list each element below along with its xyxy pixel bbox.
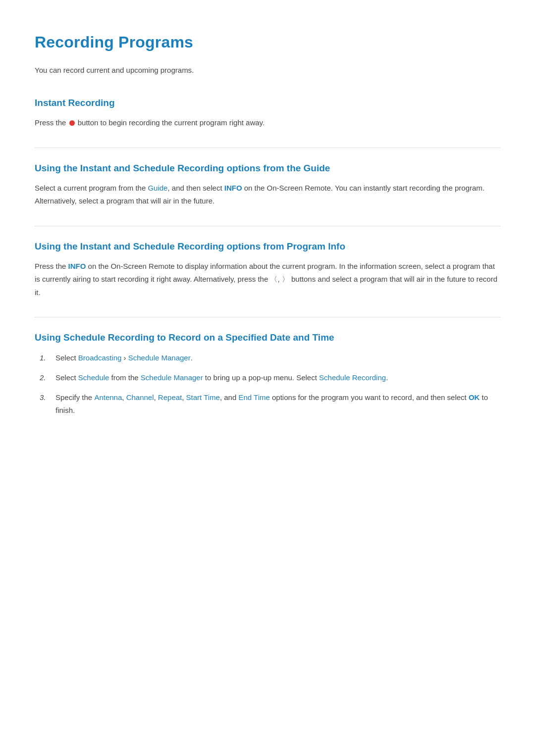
channel-link: Channel — [126, 393, 154, 402]
list-item-1: 1. Select Broadcasting › Schedule Manage… — [40, 352, 500, 364]
info-link-programinfo: INFO — [68, 262, 86, 270]
list-number-3: 3. — [40, 391, 55, 404]
list-number-1: 1. — [40, 352, 55, 364]
start-time-link: Start Time — [186, 393, 220, 402]
page-title: Recording Programs — [35, 30, 500, 55]
repeat-link: Repeat — [158, 393, 182, 402]
intro-text: You can record current and upcoming prog… — [35, 64, 500, 77]
schedule-manager-link-1: Schedule Manager — [128, 353, 191, 362]
arrow-icon-1: › — [124, 353, 126, 362]
section-title-guide: Using the Instant and Schedule Recording… — [35, 162, 500, 175]
schedule-steps-list: 1. Select Broadcasting › Schedule Manage… — [35, 352, 500, 417]
section-title-instant: Instant Recording — [35, 97, 500, 110]
schedule-manager-link-2: Schedule Manager — [141, 373, 203, 382]
broadcasting-link: Broadcasting — [78, 353, 122, 362]
antenna-link: Antenna — [94, 393, 122, 402]
ok-link: OK — [469, 393, 480, 402]
section-divider-2 — [35, 226, 500, 226]
section-title-schedule: Using Schedule Recording to Record on a … — [35, 331, 500, 345]
list-item-3: 3. Specify the Antenna, Channel, Repeat,… — [40, 391, 500, 417]
section-title-programinfo: Using the Instant and Schedule Recording… — [35, 240, 500, 253]
record-dot-icon — [69, 120, 75, 126]
list-number-2: 2. — [40, 371, 55, 384]
section-body-guide: Select a current program from the Guide,… — [35, 182, 500, 208]
schedule-link: Schedule — [78, 373, 109, 382]
info-link-guide: INFO — [224, 184, 242, 192]
section-programinfo-recording: Using the Instant and Schedule Recording… — [35, 240, 500, 299]
section-schedule-recording: Using Schedule Recording to Record on a … — [35, 331, 500, 417]
schedule-recording-link: Schedule Recording — [319, 373, 386, 382]
section-divider-1 — [35, 148, 500, 148]
list-content-1: Select Broadcasting › Schedule Manager. — [55, 352, 500, 364]
list-item-2: 2. Select Schedule from the Schedule Man… — [40, 371, 500, 384]
end-time-link: End Time — [238, 393, 269, 402]
page-container: Recording Programs You can record curren… — [0, 0, 535, 475]
section-body-instant: Press the button to begin recording the … — [35, 116, 500, 129]
chevron-icon: 〈, 〉 — [270, 275, 289, 283]
list-content-3: Specify the Antenna, Channel, Repeat, St… — [55, 391, 500, 417]
section-body-programinfo: Press the INFO on the On-Screen Remote t… — [35, 260, 500, 299]
section-guide-recording: Using the Instant and Schedule Recording… — [35, 162, 500, 208]
section-instant-recording: Instant Recording Press the button to be… — [35, 97, 500, 130]
guide-link: Guide — [148, 184, 167, 192]
section-divider-3 — [35, 317, 500, 317]
list-content-2: Select Schedule from the Schedule Manage… — [55, 371, 500, 384]
